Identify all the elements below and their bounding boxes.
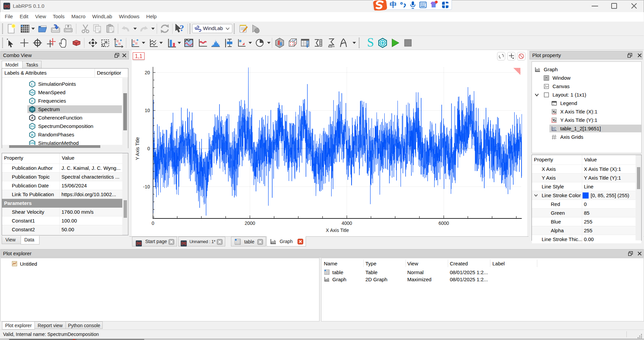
svg-text:SM: SM: [30, 141, 35, 145]
svg-text:10: 10: [145, 108, 150, 113]
svg-text:L: L: [31, 82, 33, 86]
svg-text:F: F: [31, 99, 33, 103]
svg-text:R: R: [31, 133, 34, 137]
svg-text:Me: Me: [30, 91, 34, 94]
svg-text:0: 0: [152, 220, 154, 226]
svg-text:#: #: [31, 115, 33, 120]
svg-text:XP: XP: [30, 108, 34, 111]
svg-text:Y Axis Title: Y Axis Title: [135, 137, 140, 160]
svg-text:6000: 6000: [438, 220, 449, 226]
svg-text:20: 20: [145, 70, 150, 75]
svg-text:2000: 2000: [244, 220, 255, 226]
svg-text:0: 0: [147, 146, 150, 151]
svg-text:?: ?: [180, 23, 184, 33]
svg-text:DS: DS: [30, 125, 34, 128]
svg-text:X Axis Title: X Axis Title: [326, 228, 349, 233]
svg-text:4000: 4000: [341, 220, 352, 226]
svg-text:-10: -10: [143, 184, 150, 189]
